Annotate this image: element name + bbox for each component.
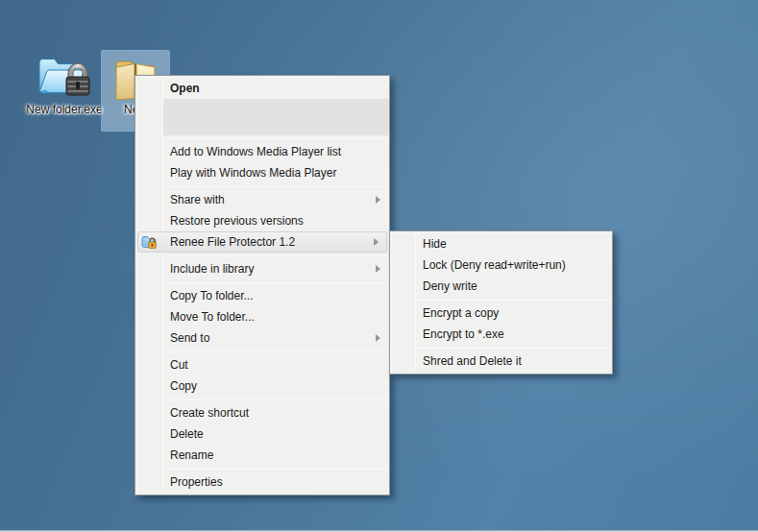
menu-separator [417,300,611,301]
menu-item-label: Delete [170,427,204,441]
submenu-item-shred-and-delete[interactable]: Shred and Delete it [390,351,612,372]
desktop-icon-label: New folder.exe [26,103,103,116]
desktop-icon-new-folder-exe[interactable]: New folder.exe [26,52,103,116]
menu-separator [164,399,388,400]
desktop-background[interactable]: New folder.exe New Open [0,0,758,532]
menu-separator [164,469,388,470]
menu-item-include-in-library[interactable]: Include in library [135,258,389,279]
submenu-item-deny-write[interactable]: Deny write [390,276,612,297]
locked-folder-icon [37,52,92,102]
menu-item-label: Cut [170,358,188,372]
menu-separator [164,138,388,139]
menu-separator [164,255,388,256]
menu-item-label: Shred and Delete it [423,354,522,368]
menu-item-add-to-wmp-list[interactable]: Add to Windows Media Player list [135,141,389,162]
menu-separator [164,282,388,283]
menu-item-move-to-folder[interactable]: Move To folder... [135,306,389,327]
menu-item-create-shortcut[interactable]: Create shortcut [135,402,389,423]
menu-item-label: Restore previous versions [170,214,304,228]
submenu-arrow-icon [376,334,380,342]
menu-separator [417,348,611,349]
menu-item-label: Share with [170,193,225,206]
menu-item-label: Open [170,82,200,95]
menu-item-label: Lock (Deny read+write+run) [423,258,566,272]
menu-item-label: Copy To folder... [170,289,254,302]
menu-item-label: Send to [170,331,209,345]
menu-item-play-with-wmp[interactable]: Play with Windows Media Player [135,162,389,183]
menu-item-label: Hide [423,237,447,251]
menu-item-restore-previous-versions[interactable]: Restore previous versions [135,210,389,231]
menu-item-label: Move To folder... [170,310,255,324]
menu-item-label: Properties [170,475,223,489]
menu-item-label: Include in library [170,262,254,276]
menu-item-label: Renee File Protector 1.2 [170,235,295,249]
menu-item-rename[interactable]: Rename [135,445,389,466]
renee-file-protector-submenu: Hide Lock (Deny read+write+run) Deny wri… [389,230,613,375]
menu-item-label: Rename [170,448,213,462]
menu-item-renee-file-protector[interactable]: Renee File Protector 1.2 [137,231,387,253]
menu-placeholder-block [163,99,389,135]
menu-item-label: Deny write [423,279,477,293]
context-menu: Open Add to Windows Media Player list Pl… [134,75,390,496]
submenu-arrow-icon [376,265,380,273]
submenu-item-lock[interactable]: Lock (Deny read+write+run) [390,254,612,276]
submenu-item-encrypt-to-exe[interactable]: Encrypt to *.exe [390,324,612,345]
menu-item-send-to[interactable]: Send to [135,327,389,349]
menu-item-share-with[interactable]: Share with [135,189,389,210]
renee-file-protector-icon [141,234,157,250]
menu-item-cut[interactable]: Cut [135,354,389,375]
menu-item-delete[interactable]: Delete [135,423,389,445]
menu-item-label: Encrypt a copy [423,306,499,320]
menu-item-label: Play with Windows Media Player [170,166,336,180]
menu-separator [164,351,388,352]
menu-item-open[interactable]: Open [135,78,389,99]
menu-item-label: Encrypt to *.exe [423,327,504,341]
submenu-arrow-icon [376,196,380,204]
menu-item-properties[interactable]: Properties [135,472,389,493]
menu-item-copy[interactable]: Copy [135,375,389,397]
menu-item-label: Add to Windows Media Player list [170,145,341,158]
menu-item-label: Create shortcut [170,406,249,420]
menu-item-label: Copy [170,379,197,393]
submenu-arrow-icon [374,238,379,246]
menu-item-copy-to-folder[interactable]: Copy To folder... [135,285,389,306]
menu-separator [164,186,388,187]
submenu-item-hide[interactable]: Hide [390,233,612,254]
submenu-item-encrypt-a-copy[interactable]: Encrypt a copy [390,302,612,324]
